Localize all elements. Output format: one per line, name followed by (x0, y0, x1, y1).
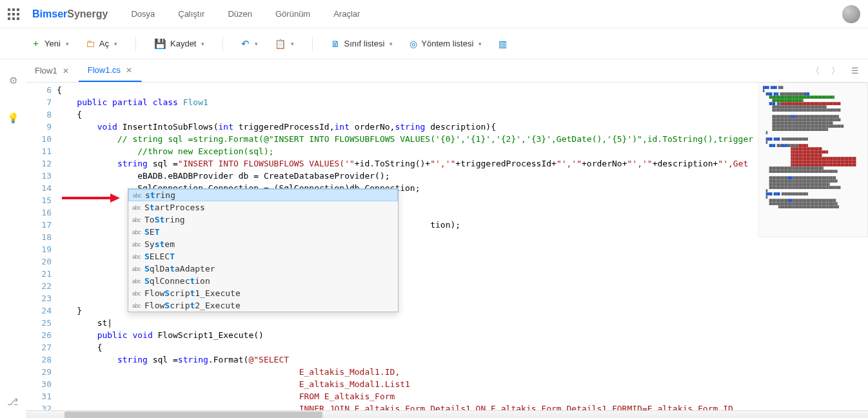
chevron-down-icon: ▾ (478, 41, 482, 47)
autocomplete-item[interactable]: abcStartProcess (128, 201, 398, 214)
close-icon[interactable]: ✕ (63, 66, 69, 75)
code-editor[interactable]: 6789101112131415161718192021222324252627… (26, 83, 868, 418)
plus-icon: ＋ (31, 37, 41, 50)
toolbar-separator (222, 37, 223, 51)
svg-rect-0 (8, 8, 10, 11)
tab-list-icon[interactable]: ☰ (851, 66, 859, 75)
next-tab-icon[interactable]: 〉 (831, 65, 840, 77)
autocomplete-item[interactable]: abcstring (128, 189, 398, 201)
main-menu: Dosya Çalıştır Düzen Görünüm Araçlar (131, 9, 360, 19)
chevron-down-icon: ▾ (255, 41, 258, 47)
columns-icon: ▥ (498, 39, 507, 49)
menu-run[interactable]: Çalıştır (178, 9, 204, 19)
svg-rect-7 (12, 17, 15, 20)
columns-button[interactable]: ▥ (493, 36, 512, 52)
method-list-button[interactable]: ◎Yöntem listesi▾ (404, 36, 487, 52)
settings-sliders-icon[interactable]: ⚙ (9, 75, 17, 86)
code-minimap[interactable]: ████ ████ ███ █ ████ ███ ███████████████… (758, 83, 868, 237)
save-icon: 💾 (154, 38, 166, 50)
prev-tab-icon[interactable]: 〈 (811, 65, 820, 77)
svg-rect-2 (17, 8, 19, 11)
autocomplete-item[interactable]: abcFlowScript2_Execute (128, 299, 398, 312)
menu-tools[interactable]: Araçlar (333, 9, 360, 19)
close-icon[interactable]: ✕ (126, 66, 132, 75)
menu-view[interactable]: Görünüm (275, 9, 310, 19)
chevron-down-icon: ▾ (390, 41, 393, 47)
menu-file[interactable]: Dosya (131, 9, 155, 19)
autocomplete-item[interactable]: abcSET (128, 226, 398, 238)
undo-button[interactable]: ↶▾ (236, 35, 263, 52)
autocomplete-item[interactable]: abcSqlConnection (128, 275, 398, 287)
autocomplete-item[interactable]: abcFlowScript1_Execute (128, 287, 398, 299)
document-icon: 🗎 (331, 39, 340, 49)
clipboard-icon: 📋 (275, 39, 286, 49)
autocomplete-popup[interactable]: abcstringabcStartProcessabcToStringabcSE… (128, 188, 399, 312)
svg-rect-8 (17, 17, 19, 20)
svg-rect-5 (17, 13, 19, 15)
scrollbar-thumb[interactable] (64, 412, 322, 418)
folder-icon: 🗀 (86, 38, 95, 49)
toolbar: ＋Yeni▾ 🗀Aç▾ 💾Kaydet▾ ↶▾ 📋▾ 🗎Sınıf listes… (0, 28, 868, 59)
save-button[interactable]: 💾Kaydet▾ (149, 35, 210, 52)
toolbar-separator (135, 37, 136, 51)
apps-grid-icon[interactable] (8, 8, 19, 20)
open-button[interactable]: 🗀Aç▾ (81, 35, 123, 52)
chevron-down-icon: ▾ (66, 41, 69, 47)
circle-icon: ◎ (409, 39, 417, 49)
user-avatar[interactable] (842, 5, 860, 23)
top-menu-bar: BimserSynergy Dosya Çalıştır Düzen Görün… (0, 0, 868, 28)
svg-rect-4 (12, 13, 15, 15)
autocomplete-item[interactable]: abcSqlDataAdapter (128, 263, 398, 275)
tab-flow1-cs[interactable]: Flow1.cs✕ (79, 59, 142, 82)
chevron-down-icon: ▾ (291, 41, 294, 47)
lightbulb-icon[interactable]: 💡 (7, 112, 19, 124)
tab-flow1[interactable]: Flow1✕ (26, 59, 79, 82)
left-activity-bar: ⚙ 💡 (0, 59, 26, 418)
paste-button[interactable]: 📋▾ (270, 36, 299, 52)
brand-logo[interactable]: BimserSynergy (32, 8, 108, 20)
toolbar-separator (312, 37, 313, 51)
svg-rect-3 (8, 13, 10, 15)
source-control-icon[interactable]: ⎇ (7, 396, 18, 408)
class-list-button[interactable]: 🗎Sınıf listesi▾ (326, 36, 398, 52)
undo-icon: ↶ (241, 38, 250, 50)
svg-rect-6 (8, 17, 10, 20)
autocomplete-item[interactable]: abcSystem (128, 238, 398, 250)
autocomplete-item[interactable]: abcToString (128, 214, 398, 226)
line-number-gutter: 6789101112131415161718192021222324252627… (26, 83, 57, 418)
editor-tab-bar: Flow1✕ Flow1.cs✕ 〈 〉 ☰ (26, 59, 868, 83)
new-button[interactable]: ＋Yeni▾ (26, 35, 74, 52)
autocomplete-item[interactable]: abcSELECT (128, 250, 398, 263)
menu-edit[interactable]: Düzen (228, 9, 252, 19)
chevron-down-icon: ▾ (201, 41, 204, 47)
horizontal-scrollbar[interactable] (26, 410, 868, 418)
svg-rect-1 (12, 8, 15, 11)
chevron-down-icon: ▾ (114, 41, 117, 47)
